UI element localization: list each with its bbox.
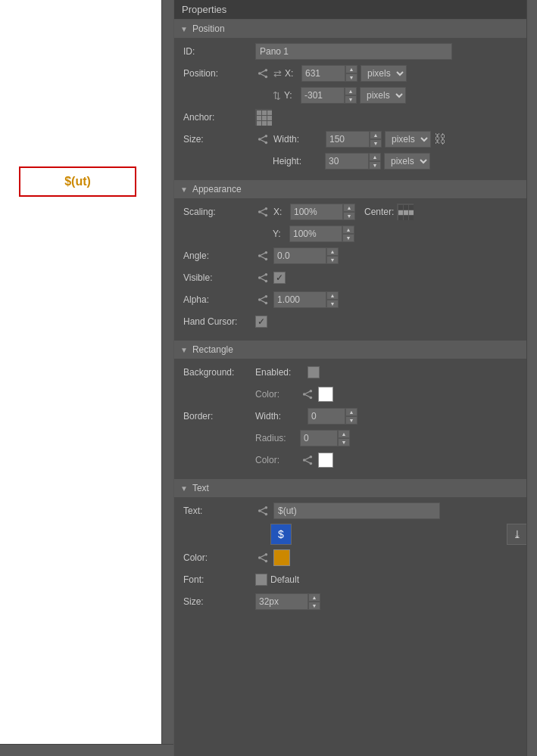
- x-input[interactable]: [301, 65, 345, 82]
- bg-color-share-icon[interactable]: [300, 387, 315, 401]
- anchor-cell-ml[interactable]: [257, 116, 261, 120]
- text-section-header[interactable]: ▼ Text: [174, 479, 537, 497]
- anchor-cell-tl[interactable]: [257, 110, 261, 115]
- position-share-icon[interactable]: [255, 67, 270, 80]
- cg-bl[interactable]: [398, 216, 403, 220]
- position-collapse-arrow[interactable]: ▼: [180, 25, 188, 33]
- rectangle-section-header[interactable]: ▼ Rectangle: [174, 341, 537, 359]
- anchor-grid[interactable]: [255, 109, 272, 126]
- text-share-icon[interactable]: [255, 504, 270, 518]
- angle-row: Angle: ▲: [183, 247, 528, 265]
- x-unit-dropdown[interactable]: pixels %: [361, 65, 407, 82]
- anchor-cell-tr[interactable]: [267, 110, 272, 115]
- hand-cursor-checkbox[interactable]: [255, 316, 267, 328]
- text-variable-icon[interactable]: $: [270, 524, 292, 545]
- y-swap-icon[interactable]: ⇅: [273, 90, 281, 101]
- height-unit-dropdown[interactable]: pixels %: [384, 153, 430, 170]
- y-unit-dropdown[interactable]: pixels %: [360, 87, 406, 104]
- chain-link-icon[interactable]: ⛓: [434, 132, 446, 146]
- font-size-down-btn[interactable]: ▼: [308, 602, 320, 610]
- anchor-cell-mc[interactable]: [262, 116, 267, 120]
- anchor-cell-mr[interactable]: [267, 116, 272, 120]
- center-grid[interactable]: [397, 204, 414, 220]
- height-input[interactable]: [325, 153, 369, 170]
- anchor-cell-br[interactable]: [267, 121, 272, 126]
- height-up-btn[interactable]: ▲: [369, 153, 381, 161]
- anchor-cell-bl[interactable]: [257, 121, 261, 126]
- y-up-btn[interactable]: ▲: [345, 87, 357, 95]
- cg-tr[interactable]: [409, 205, 414, 210]
- cg-tl[interactable]: [398, 205, 403, 210]
- anchor-cell-tc[interactable]: [262, 110, 267, 115]
- cg-ml[interactable]: [398, 210, 403, 215]
- border-width-input[interactable]: [308, 408, 345, 425]
- right-scrollbar-left-panel[interactable]: [161, 0, 173, 756]
- size-share-icon[interactable]: [255, 132, 270, 146]
- width-up-btn[interactable]: ▲: [370, 131, 382, 139]
- width-down-btn[interactable]: ▼: [370, 139, 382, 148]
- appearance-section-header[interactable]: ▼ Appearance: [174, 180, 537, 198]
- bg-enabled-checkbox[interactable]: [308, 366, 320, 378]
- border-color-label: Color:: [255, 455, 297, 465]
- angle-down-btn[interactable]: ▼: [326, 256, 339, 264]
- svg-line-23: [260, 275, 267, 278]
- y-input[interactable]: [301, 87, 345, 104]
- border-radius-down-btn[interactable]: ▼: [338, 438, 350, 446]
- cg-br[interactable]: [409, 216, 414, 220]
- text-color-swatch[interactable]: [273, 549, 290, 566]
- scaling-share-icon[interactable]: [255, 205, 270, 219]
- text-import-icon[interactable]: ⤓: [507, 524, 528, 545]
- text-color-share-icon[interactable]: [255, 551, 270, 565]
- border-radius-up-btn[interactable]: ▲: [338, 430, 350, 438]
- font-default-checkbox[interactable]: [255, 574, 267, 586]
- width-input[interactable]: [326, 131, 370, 148]
- bottom-scrollbar-left-panel[interactable]: [0, 744, 173, 756]
- cg-mc[interactable]: [404, 210, 408, 215]
- cg-tc[interactable]: [404, 205, 408, 210]
- angle-input[interactable]: [273, 247, 326, 264]
- alpha-input[interactable]: [273, 291, 326, 308]
- font-row: Font: Default: [183, 571, 528, 589]
- appearance-section-label: Appearance: [192, 184, 242, 194]
- canvas-element[interactable]: $(ut): [19, 166, 136, 197]
- x-down-btn[interactable]: ▼: [345, 73, 357, 82]
- alpha-share-icon[interactable]: [255, 293, 270, 306]
- angle-up-btn[interactable]: ▲: [326, 247, 339, 256]
- position-section-header[interactable]: ▼ Position: [174, 20, 537, 38]
- text-collapse-arrow[interactable]: ▼: [180, 484, 188, 493]
- border-width-up-btn[interactable]: ▲: [345, 408, 357, 416]
- cg-bc[interactable]: [404, 216, 408, 220]
- alpha-up-btn[interactable]: ▲: [326, 291, 339, 300]
- y-down-btn[interactable]: ▼: [345, 95, 357, 104]
- font-size-input[interactable]: [255, 593, 308, 610]
- appearance-collapse-arrow[interactable]: ▼: [180, 185, 188, 194]
- border-radius-input[interactable]: [300, 430, 338, 446]
- text-input[interactable]: [273, 502, 440, 519]
- width-unit-dropdown[interactable]: pixels %: [385, 131, 431, 148]
- scale-y-input[interactable]: [289, 226, 342, 242]
- rectangle-collapse-arrow[interactable]: ▼: [180, 346, 188, 354]
- border-width-down-btn[interactable]: ▼: [345, 416, 357, 425]
- scale-y-up-btn[interactable]: ▲: [342, 226, 354, 234]
- text-section: ▼ Text Text:: [174, 479, 537, 619]
- bg-color-swatch[interactable]: [318, 387, 333, 402]
- anchor-cell-bc[interactable]: [262, 121, 267, 126]
- scale-x-input[interactable]: [290, 204, 343, 220]
- alpha-down-btn[interactable]: ▼: [326, 300, 339, 308]
- id-input[interactable]: [255, 43, 452, 60]
- svg-line-39: [304, 460, 311, 463]
- position-swap-icon[interactable]: ⇄: [273, 68, 282, 79]
- visible-checkbox[interactable]: [273, 272, 286, 284]
- visible-share-icon[interactable]: [255, 271, 270, 285]
- x-up-btn[interactable]: ▲: [345, 65, 357, 73]
- right-scrollbar[interactable]: [526, 0, 537, 756]
- angle-share-icon[interactable]: [255, 249, 270, 263]
- border-color-swatch[interactable]: [318, 453, 333, 468]
- scale-x-down-btn[interactable]: ▼: [343, 212, 355, 220]
- scale-y-down-btn[interactable]: ▼: [342, 234, 354, 242]
- scale-x-up-btn[interactable]: ▲: [343, 204, 355, 212]
- height-down-btn[interactable]: ▼: [369, 161, 381, 170]
- cg-mr[interactable]: [409, 210, 414, 215]
- font-size-up-btn[interactable]: ▲: [308, 593, 320, 602]
- border-color-share-icon[interactable]: [300, 453, 315, 467]
